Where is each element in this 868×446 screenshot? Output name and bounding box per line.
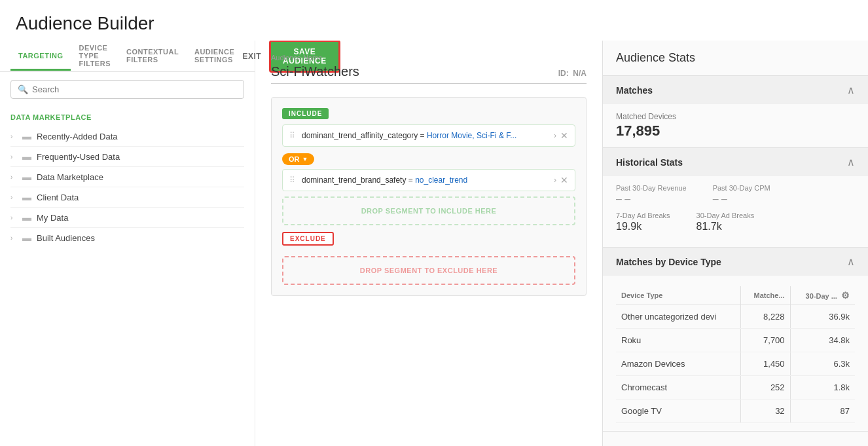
day30-ad-breaks-value: 81.7k bbox=[696, 221, 755, 232]
audience-name-value[interactable]: Sci-FiWatchers bbox=[271, 64, 359, 79]
stats-panel-title: Audience Stats bbox=[616, 51, 855, 65]
tab-contextual-filters[interactable]: CONTEXTUAL FILTERS bbox=[118, 41, 187, 75]
data-section: DATA MARKETPLACE › ▬ Recently-Added Data… bbox=[0, 107, 255, 446]
historical-section-header[interactable]: Historical Stats ∧ bbox=[603, 148, 868, 176]
chevron-right-icon: › bbox=[10, 153, 17, 160]
device-matches: 252 bbox=[741, 376, 791, 400]
segment-field: dominant_trend_affinity_category bbox=[302, 131, 418, 140]
search-icon: 🔍 bbox=[18, 84, 28, 94]
drop-zone-exclude: DROP SEGMENT TO EXCLUDE HERE bbox=[282, 256, 575, 285]
day7-ad-breaks-value: 19.9k bbox=[616, 221, 670, 232]
item-label: Frequently-Used Data bbox=[37, 152, 120, 162]
device-type-section-header[interactable]: Matches by Device Type ∧ bbox=[603, 248, 868, 276]
collapse-icon[interactable]: ∧ bbox=[847, 156, 855, 168]
historical-content: Past 30-Day Revenue – – Past 30-Day CPM … bbox=[603, 176, 868, 247]
id-label: ID: bbox=[558, 69, 569, 78]
chevron-right-icon: › bbox=[10, 214, 17, 221]
tab-audience-settings[interactable]: AUDIENCE SETTINGS bbox=[187, 41, 242, 75]
device-matches: 7,700 bbox=[741, 329, 791, 352]
include-block: INCLUDE ⠿ dominant_trend_affinity_catego… bbox=[282, 108, 575, 225]
right-panel: Audience Stats Matches ∧ Matched Devices… bbox=[602, 41, 868, 446]
table-row: Chromecast 252 1.8k bbox=[616, 376, 855, 400]
list-item[interactable]: › ▬ Built Audiences bbox=[10, 228, 244, 248]
segment-text: dominant_trend_affinity_category = Horro… bbox=[302, 131, 550, 140]
stats-header: Audience Stats bbox=[603, 41, 868, 76]
folder-icon: ▬ bbox=[22, 192, 31, 202]
or-badge[interactable]: OR ▼ bbox=[282, 153, 314, 165]
col-header-30day: 30-Day ... ⚙ bbox=[790, 286, 855, 305]
stat-label: 7-Day Ad Breaks bbox=[616, 212, 670, 219]
main-layout: TARGETING DEVICE TYPE FILTERS CONTEXTUAL… bbox=[0, 41, 868, 446]
device-matches: 32 bbox=[741, 400, 791, 423]
segment-text: dominant_trend_brand_safety = no_clear_t… bbox=[302, 176, 550, 185]
remove-segment-button[interactable]: ✕ bbox=[560, 175, 568, 185]
segment-value: Horror Movie, Sci-Fi & F... bbox=[427, 131, 516, 140]
segment-eq: = bbox=[420, 131, 427, 140]
item-label: Built Audiences bbox=[37, 233, 95, 243]
stat-item: 7-Day Ad Breaks 19.9k bbox=[616, 212, 670, 232]
matches-section-title: Matches bbox=[616, 85, 653, 96]
table-row: Amazon Devices 1,450 6.3k bbox=[616, 352, 855, 376]
chevron-right-icon: › bbox=[10, 133, 17, 140]
collapse-icon[interactable]: ∧ bbox=[847, 255, 855, 268]
list-item[interactable]: › ▬ Client Data bbox=[10, 187, 244, 208]
drag-handle-icon[interactable]: ⠿ bbox=[289, 131, 295, 140]
list-item[interactable]: › ▬ Recently-Added Data bbox=[10, 126, 244, 147]
table-row: Other uncategorized devi 8,228 36.9k bbox=[616, 305, 855, 329]
left-panel: TARGETING DEVICE TYPE FILTERS CONTEXTUAL… bbox=[0, 41, 255, 446]
folder-icon: ▬ bbox=[22, 212, 31, 223]
chevron-right-icon: › bbox=[10, 194, 17, 201]
device-matches: 1,450 bbox=[741, 352, 791, 376]
stat-item: 30-Day Ad Breaks 81.7k bbox=[696, 212, 755, 232]
item-label: My Data bbox=[37, 213, 68, 223]
app-container: Audience Builder TARGETING DEVICE TYPE F… bbox=[0, 0, 868, 446]
stat-row: 7-Day Ad Breaks 19.9k 30-Day Ad Breaks 8… bbox=[616, 212, 855, 232]
page-title: Audience Builder bbox=[16, 13, 852, 34]
include-header: INCLUDE bbox=[282, 108, 329, 119]
stat-item: Past 30-Day CPM – – bbox=[713, 184, 770, 205]
remove-segment-button[interactable]: ✕ bbox=[560, 130, 568, 141]
search-input[interactable] bbox=[32, 84, 237, 94]
audience-name-label: Audience Name bbox=[271, 54, 587, 62]
tab-targeting[interactable]: TARGETING bbox=[10, 43, 71, 71]
table-row: Roku 7,700 34.8k bbox=[616, 329, 855, 352]
id-value: N/A bbox=[573, 69, 587, 78]
device-30day: 36.9k bbox=[790, 305, 855, 329]
collapse-icon[interactable]: ∧ bbox=[847, 84, 855, 96]
col-header-matches: Matche... bbox=[741, 286, 791, 305]
device-type-section: Matches by Device Type ∧ Device Type Mat… bbox=[603, 248, 868, 432]
folder-icon: ▬ bbox=[22, 232, 31, 243]
device-name: Google TV bbox=[616, 400, 741, 423]
folder-icon: ▬ bbox=[22, 172, 31, 182]
segment-eq: = bbox=[408, 176, 415, 185]
past30-revenue-value: – – bbox=[616, 193, 687, 205]
expand-icon[interactable]: › bbox=[554, 131, 556, 140]
historical-section: Historical Stats ∧ Past 30-Day Revenue –… bbox=[603, 148, 868, 248]
section-title: DATA MARKETPLACE bbox=[10, 113, 244, 121]
stat-label: Past 30-Day Revenue bbox=[616, 184, 687, 192]
stat-label: Past 30-Day CPM bbox=[713, 184, 770, 192]
device-type-content: Device Type Matche... 30-Day ... ⚙ Other… bbox=[603, 276, 868, 431]
chevron-right-icon: › bbox=[10, 234, 17, 242]
search-area: 🔍 bbox=[0, 72, 255, 107]
stat-row: Past 30-Day Revenue – – Past 30-Day CPM … bbox=[616, 184, 855, 205]
device-table: Device Type Matche... 30-Day ... ⚙ Other… bbox=[616, 286, 855, 423]
device-name: Other uncategorized devi bbox=[616, 305, 741, 329]
drag-handle-icon[interactable]: ⠿ bbox=[289, 176, 295, 185]
segment-actions: › ✕ bbox=[554, 130, 568, 141]
expand-icon[interactable]: › bbox=[554, 176, 556, 185]
list-item[interactable]: › ▬ My Data bbox=[10, 208, 244, 228]
item-label: Client Data bbox=[37, 193, 79, 202]
gear-icon[interactable]: ⚙ bbox=[841, 290, 850, 301]
matches-section-header[interactable]: Matches ∧ bbox=[603, 76, 868, 104]
col-header-device: Device Type bbox=[616, 286, 741, 305]
audience-name-row: Sci-FiWatchers ID: N/A bbox=[271, 64, 587, 84]
list-item[interactable]: › ▬ Data Marketplace bbox=[10, 167, 244, 187]
historical-section-title: Historical Stats bbox=[616, 157, 683, 168]
segment-value: no_clear_trend bbox=[415, 176, 467, 185]
audience-id: ID: N/A bbox=[558, 69, 587, 78]
device-matches: 8,228 bbox=[741, 305, 791, 329]
stat-item: Past 30-Day Revenue – – bbox=[616, 184, 687, 205]
table-row: Google TV 32 87 bbox=[616, 400, 855, 423]
list-item[interactable]: › ▬ Frequently-Used Data bbox=[10, 147, 244, 167]
